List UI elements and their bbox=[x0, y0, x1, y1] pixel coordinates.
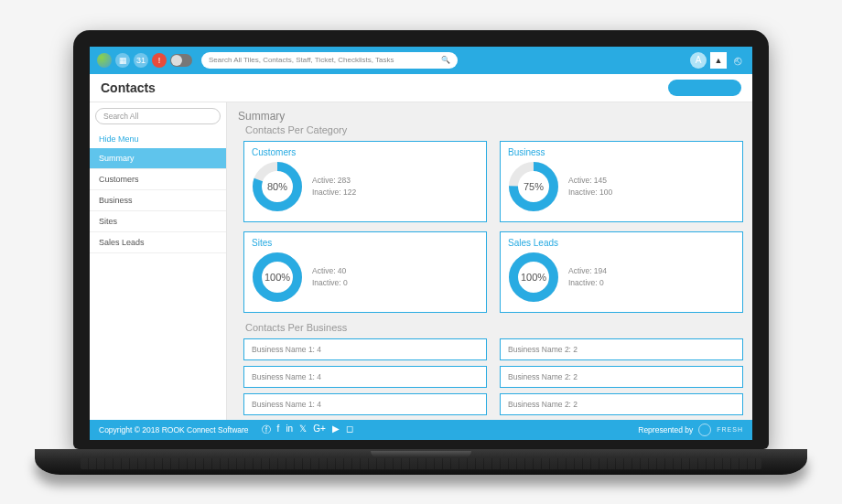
linkedin-icon[interactable]: in bbox=[286, 424, 293, 436]
alert-icon[interactable]: ! bbox=[152, 53, 167, 68]
laptop-base bbox=[35, 449, 807, 475]
active-count: Active: 40 bbox=[312, 265, 348, 277]
inactive-count: Inactive: 122 bbox=[312, 187, 356, 198]
footer: Copyright © 2018 ROOK Connect Software ⓕ… bbox=[90, 420, 752, 440]
business-cell[interactable]: Business Name 2: 2 bbox=[500, 393, 743, 415]
logout-icon[interactable]: ⎋ bbox=[734, 53, 741, 68]
active-count: Active: 145 bbox=[568, 175, 612, 187]
card-title: Business bbox=[508, 147, 735, 157]
donut-chart: 100% bbox=[252, 252, 303, 303]
partner-name: FRESH bbox=[717, 426, 743, 433]
category-card[interactable]: Customers 80% Active: 283 Inactive: 122 bbox=[243, 141, 487, 222]
business-col-1: Business Name 1: 4Business Name 1: 4Busi… bbox=[243, 338, 487, 415]
donut-chart: 100% bbox=[508, 252, 559, 303]
body: Search All Hide Menu Summary Customers B… bbox=[90, 102, 752, 426]
primary-action-button[interactable] bbox=[668, 80, 741, 96]
donut-chart: 80% bbox=[252, 161, 303, 212]
sidebar-item-customers[interactable]: Customers bbox=[90, 169, 226, 190]
link-icon[interactable]: f bbox=[277, 424, 280, 436]
business-cell[interactable]: Business Name 1: 4 bbox=[243, 366, 487, 388]
category-card[interactable]: Sales Leads 100% Active: 194 Inactive: 0 bbox=[500, 231, 743, 313]
card-title: Sales Leads bbox=[508, 238, 735, 248]
page-title: Contacts bbox=[101, 80, 156, 95]
expand-icon[interactable]: ▲ bbox=[710, 52, 727, 69]
google-plus-icon[interactable]: G+ bbox=[313, 424, 326, 436]
toggle-switch[interactable] bbox=[170, 54, 192, 67]
search-placeholder-text: Search All Tiles, Contacts, Staff, Ticke… bbox=[209, 56, 394, 64]
active-count: Active: 283 bbox=[312, 175, 356, 187]
represented-by-label: Represented by bbox=[638, 425, 693, 434]
card-stats: Active: 283 Inactive: 122 bbox=[312, 175, 356, 198]
business-cell[interactable]: Business Name 2: 2 bbox=[500, 366, 743, 388]
sidebar-item-summary[interactable]: Summary bbox=[90, 148, 226, 169]
top-bar: ▦ 31 ! Search All Tiles, Contacts, Staff… bbox=[90, 47, 752, 74]
inactive-count: Inactive: 0 bbox=[312, 277, 348, 289]
twitter-icon[interactable]: 𝕏 bbox=[299, 424, 307, 436]
title-bar: Contacts bbox=[90, 74, 752, 102]
business-col-2: Business Name 2: 2Business Name 2: 2Busi… bbox=[500, 338, 743, 415]
donut-percent: 100% bbox=[508, 252, 559, 303]
copyright-text: Copyright © 2018 ROOK Connect Software bbox=[99, 425, 249, 434]
laptop-keyboard bbox=[81, 458, 761, 469]
donut-chart: 75% bbox=[508, 161, 559, 212]
hide-menu-link[interactable]: Hide Menu bbox=[90, 130, 226, 148]
card-stats: Active: 145 Inactive: 100 bbox=[568, 175, 612, 198]
sidebar-item-sales-leads[interactable]: Sales Leads bbox=[90, 232, 226, 253]
business-cell[interactable]: Business Name 1: 4 bbox=[243, 338, 487, 360]
sidebar-search-input[interactable]: Search All bbox=[95, 108, 221, 124]
app-logo-icon[interactable] bbox=[97, 53, 112, 68]
social-links: ⓕ f in 𝕏 G+ ▶ ◻ bbox=[262, 424, 353, 436]
youtube-icon[interactable]: ▶ bbox=[332, 424, 340, 436]
sidebar: Search All Hide Menu Summary Customers B… bbox=[90, 102, 227, 426]
main-panel: Summary Contacts Per Category Customers … bbox=[227, 102, 752, 426]
partner-logo-icon bbox=[698, 424, 711, 436]
avatar[interactable]: A bbox=[690, 52, 707, 69]
calendar-icon[interactable]: 31 bbox=[134, 53, 148, 68]
global-search-input[interactable]: Search All Tiles, Contacts, Staff, Ticke… bbox=[201, 52, 458, 69]
search-icon[interactable]: 🔍 bbox=[441, 56, 450, 64]
summary-title: Summary bbox=[238, 110, 743, 123]
donut-percent: 100% bbox=[252, 252, 303, 303]
active-count: Active: 194 bbox=[568, 265, 607, 277]
section-contacts-per-category: Contacts Per Category bbox=[245, 124, 743, 135]
sidebar-item-sites[interactable]: Sites bbox=[90, 211, 226, 232]
laptop-frame: ▦ 31 ! Search All Tiles, Contacts, Staff… bbox=[73, 30, 769, 475]
donut-percent: 80% bbox=[252, 161, 303, 212]
business-cell[interactable]: Business Name 1: 4 bbox=[243, 393, 487, 415]
inactive-count: Inactive: 0 bbox=[568, 277, 607, 289]
app-screen: ▦ 31 ! Search All Tiles, Contacts, Staff… bbox=[90, 47, 752, 440]
dashboard-icon[interactable]: ▦ bbox=[115, 53, 130, 68]
category-card[interactable]: Sites 100% Active: 40 Inactive: 0 bbox=[243, 231, 487, 313]
instagram-icon[interactable]: ◻ bbox=[346, 424, 353, 436]
card-stats: Active: 194 Inactive: 0 bbox=[568, 265, 607, 289]
business-cell[interactable]: Business Name 2: 2 bbox=[500, 338, 743, 360]
inactive-count: Inactive: 100 bbox=[568, 187, 612, 198]
category-cards: Customers 80% Active: 283 Inactive: 122 … bbox=[236, 141, 743, 313]
business-grid: Business Name 1: 4Business Name 1: 4Busi… bbox=[236, 338, 743, 415]
donut-percent: 75% bbox=[508, 161, 559, 212]
sidebar-item-business[interactable]: Business bbox=[90, 190, 226, 211]
card-stats: Active: 40 Inactive: 0 bbox=[312, 265, 348, 289]
category-card[interactable]: Business 75% Active: 145 Inactive: 100 bbox=[500, 141, 743, 222]
card-title: Customers bbox=[252, 147, 479, 157]
facebook-icon[interactable]: ⓕ bbox=[262, 424, 271, 436]
section-contacts-per-business: Contacts Per Business bbox=[245, 322, 743, 333]
screen-bezel: ▦ 31 ! Search All Tiles, Contacts, Staff… bbox=[73, 30, 769, 449]
card-title: Sites bbox=[252, 238, 479, 248]
